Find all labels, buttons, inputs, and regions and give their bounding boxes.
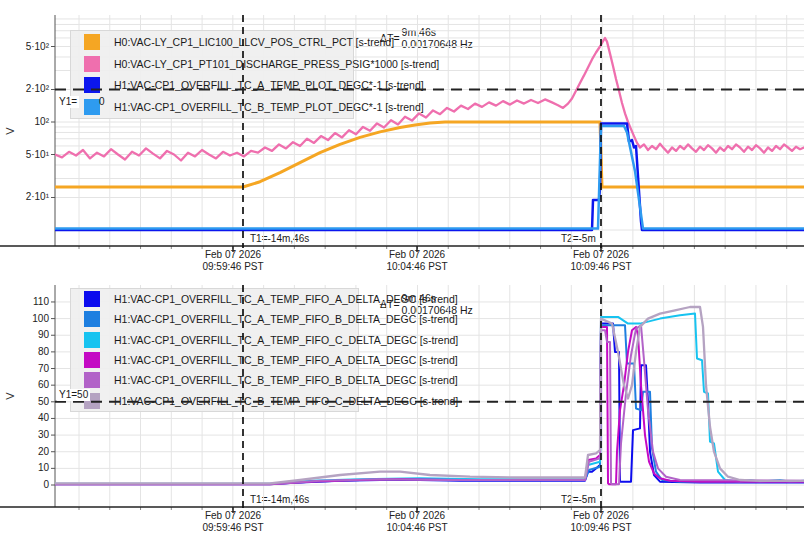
legend-row: H1:VAC-CP1_OVERFILL_TC_A_TEMP_FIFO_A_DEL…: [71, 291, 358, 307]
legend-row: H0:VAC-LY_CP1_PT101_DISCHARGE_PRESS_PSIG…: [71, 56, 353, 72]
legend-swatch-icon: [84, 291, 100, 307]
legend-swatch-icon: [84, 34, 100, 50]
legend-channel-label: H1:VAC-CP1_OVERFILL_TC_B_TEMP_FIFO_C_DEL…: [114, 395, 458, 407]
legend-row: H1:VAC-CP1_OVERFILL_TC_B_TEMP_FIFO_B_DEL…: [71, 372, 358, 388]
legend-channel-label: H1:VAC-CP1_OVERFILL_TC_A_TEMP_FIFO_B_DEL…: [114, 313, 458, 325]
legend-channel-label: H1:VAC-CP1_OVERFILL_TC_B_TEMP_PLOT_DEGC*…: [114, 101, 424, 113]
legend-channel-label: H0:VAC-LY_CP1_LIC100_LLCV_POS_CTRL_PCT […: [114, 36, 394, 48]
legend-row: H1:VAC-CP1_OVERFILL_TC_A_TEMP_FIFO_C_DEL…: [71, 332, 358, 348]
y1-threshold-label-peek: 0: [99, 96, 105, 108]
series-line: [55, 126, 804, 229]
legend-row: H0:VAC-LY_CP1_LIC100_LLCV_POS_CTRL_PCT […: [71, 34, 353, 50]
legend-swatch-icon: [84, 311, 100, 327]
legend-row: H1:VAC-CP1_OVERFILL_TC_B_TEMP_FIFO_A_DEL…: [71, 352, 358, 368]
y1-threshold-label: Y1=: [57, 96, 79, 108]
legend-box[interactable]: H1:VAC-CP1_OVERFILL_TC_A_TEMP_FIFO_A_DEL…: [70, 288, 359, 412]
legend-swatch-icon: [84, 99, 100, 115]
legend-swatch-icon: [84, 56, 100, 72]
legend-channel-label: H1:VAC-CP1_OVERFILL_TC_B_TEMP_FIFO_A_DEL…: [114, 354, 458, 366]
legend-channel-label: H1:VAC-CP1_OVERFILL_TC_A_TEMP_PLOT_DEGC*…: [114, 79, 424, 91]
legend-row: H1:VAC-CP1_OVERFILL_TC_A_TEMP_PLOT_DEGC*…: [71, 77, 353, 93]
legend-swatch-icon: [84, 352, 100, 368]
legend-channel-label: H1:VAC-CP1_OVERFILL_TC_A_TEMP_FIFO_A_DEL…: [114, 293, 458, 305]
legend-swatch-icon: [84, 372, 100, 388]
legend-swatch-icon: [84, 77, 100, 93]
legend-channel-label: H0:VAC-LY_CP1_PT101_DISCHARGE_PRESS_PSIG…: [114, 58, 439, 70]
legend-row: H1:VAC-CP1_OVERFILL_TC_B_TEMP_PLOT_DEGC*…: [71, 99, 353, 115]
legend-row: H1:VAC-CP1_OVERFILL_TC_B_TEMP_FIFO_C_DEL…: [71, 393, 358, 409]
legend-box[interactable]: H0:VAC-LY_CP1_LIC100_LLCV_POS_CTRL_PCT […: [70, 30, 354, 119]
legend-channel-label: H1:VAC-CP1_OVERFILL_TC_B_TEMP_FIFO_B_DEL…: [114, 374, 458, 386]
legend-row: H1:VAC-CP1_OVERFILL_TC_A_TEMP_FIFO_B_DEL…: [71, 311, 358, 327]
trend-viewer: 5·10²2·10²10²5·10¹2·10¹Feb 07 202609:59:…: [0, 0, 804, 551]
legend-swatch-icon: [84, 332, 100, 348]
y1-threshold-label: Y1=50: [57, 389, 90, 401]
legend-channel-label: H1:VAC-CP1_OVERFILL_TC_A_TEMP_FIFO_C_DEL…: [114, 334, 458, 346]
series-line: [55, 123, 804, 230]
